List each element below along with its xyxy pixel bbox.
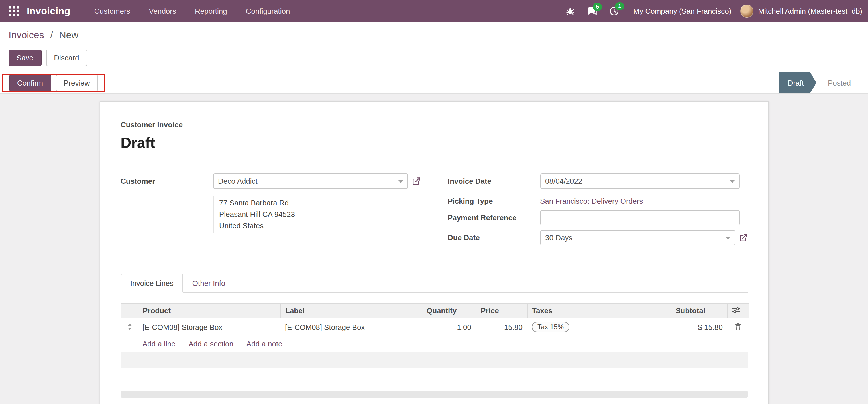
apps-grid-icon[interactable] [7, 4, 21, 18]
line-quantity-cell[interactable]: 1.00 [422, 318, 476, 336]
status-step-posted[interactable]: Posted [819, 73, 860, 93]
screen: Invoicing Customers Vendors Reporting Co… [0, 0, 868, 404]
line-taxes-cell[interactable]: Tax 15% [527, 318, 671, 336]
document-type-label: Customer Invoice [121, 120, 747, 129]
horizontal-scrollbar[interactable] [121, 391, 747, 398]
add-a-section-link[interactable]: Add a section [188, 340, 234, 348]
menu-customers[interactable]: Customers [94, 5, 130, 18]
main-menu: Customers Vendors Reporting Configuratio… [94, 5, 290, 18]
top-navbar: Invoicing Customers Vendors Reporting Co… [0, 0, 868, 22]
due-date-label: Due Date [448, 230, 540, 242]
company-switcher[interactable]: My Company (San Francisco) [633, 7, 732, 16]
user-menu[interactable]: Mitchell Admin (Master-test_db) [758, 7, 862, 16]
content-area: Customer Invoice Draft Customer [0, 94, 868, 404]
invoice-date-input[interactable] [540, 173, 740, 189]
column-header-taxes[interactable]: Taxes [527, 303, 671, 318]
delete-line-icon[interactable] [735, 322, 742, 330]
invoice-date-label: Invoice Date [448, 173, 540, 185]
add-a-note-link[interactable]: Add a note [247, 340, 282, 348]
line-label-cell[interactable]: [E-COM08] Storage Box [280, 318, 422, 336]
invoice-lines-table: Product Label Quantity Price Taxes Subto… [121, 303, 749, 352]
form-fields: Customer [121, 173, 747, 250]
status-pipeline: Draft Posted [779, 73, 860, 93]
save-button[interactable]: Save [8, 50, 41, 66]
menu-configuration[interactable]: Configuration [246, 5, 290, 18]
line-price-cell[interactable]: 15.80 [476, 318, 527, 336]
user-avatar[interactable] [740, 5, 753, 18]
column-header-subtotal[interactable]: Subtotal [671, 303, 727, 318]
column-header-product[interactable]: Product [138, 303, 280, 318]
breadcrumb: Invoices / New [0, 22, 868, 44]
customer-input[interactable] [213, 173, 408, 189]
column-header-quantity[interactable]: Quantity [422, 303, 476, 318]
record-actions: Save Discard [0, 44, 868, 72]
table-add-links-row: Add a line Add a section Add a note [121, 336, 749, 352]
activities-clock-icon[interactable]: 1 [610, 6, 619, 16]
tab-other-info[interactable]: Other Info [183, 275, 235, 292]
address-line-street: 77 Santa Barbara Rd [219, 197, 420, 209]
statusbar-row: Confirm Preview Draft Posted [0, 72, 868, 94]
column-header-label[interactable]: Label [280, 303, 422, 318]
breadcrumb-invoices-link[interactable]: Invoices [8, 30, 44, 40]
discard-button[interactable]: Discard [46, 50, 87, 66]
optional-columns-icon[interactable] [727, 303, 749, 318]
drag-handle-icon[interactable] [121, 318, 138, 336]
line-subtotal-cell: $ 15.80 [671, 318, 727, 336]
invoice-line-row[interactable]: [E-COM08] Storage Box [E-COM08] Storage … [121, 318, 749, 336]
document-state-title: Draft [121, 134, 747, 152]
menu-reporting[interactable]: Reporting [195, 5, 227, 18]
status-step-draft[interactable]: Draft [779, 73, 816, 93]
empty-row-stripe [121, 352, 747, 368]
activities-count-badge: 1 [615, 2, 624, 10]
address-line-country: United States [219, 220, 420, 232]
customer-address: 77 Santa Barbara Rd Pleasant Hill CA 945… [213, 196, 420, 233]
due-date-input[interactable] [540, 230, 735, 246]
handle-column-header [121, 303, 138, 318]
breadcrumb-separator: / [50, 30, 53, 40]
payment-reference-label: Payment Reference [448, 210, 540, 222]
customer-label: Customer [121, 173, 213, 185]
line-product-cell[interactable]: [E-COM08] Storage Box [138, 318, 280, 336]
picking-type-label: Picking Type [448, 194, 540, 205]
customer-external-link-icon[interactable] [412, 177, 420, 185]
payment-reference-input[interactable] [540, 210, 740, 225]
due-date-external-link-icon[interactable] [739, 233, 747, 242]
address-line-city: Pleasant Hill CA 94523 [219, 209, 420, 220]
app-name[interactable]: Invoicing [27, 5, 70, 17]
empty-row [121, 368, 747, 383]
column-header-price[interactable]: Price [476, 303, 527, 318]
messages-icon[interactable]: 5 [587, 6, 597, 16]
picking-type-link[interactable]: San Francisco: Delivery Orders [540, 194, 747, 205]
tax-tag[interactable]: Tax 15% [532, 322, 569, 332]
debug-bug-icon[interactable] [566, 7, 575, 16]
preview-button[interactable]: Preview [56, 75, 98, 91]
add-a-line-link[interactable]: Add a line [143, 340, 176, 348]
menu-vendors[interactable]: Vendors [149, 5, 176, 18]
notebook-tabs: Invoice Lines Other Info [121, 274, 747, 293]
messages-count-badge: 5 [593, 3, 602, 10]
tab-invoice-lines[interactable]: Invoice Lines [121, 274, 183, 293]
confirm-button[interactable]: Confirm [9, 75, 51, 91]
table-header-row: Product Label Quantity Price Taxes Subto… [121, 303, 749, 318]
breadcrumb-current: New [59, 30, 79, 40]
invoice-form-sheet: Customer Invoice Draft Customer [99, 101, 769, 404]
